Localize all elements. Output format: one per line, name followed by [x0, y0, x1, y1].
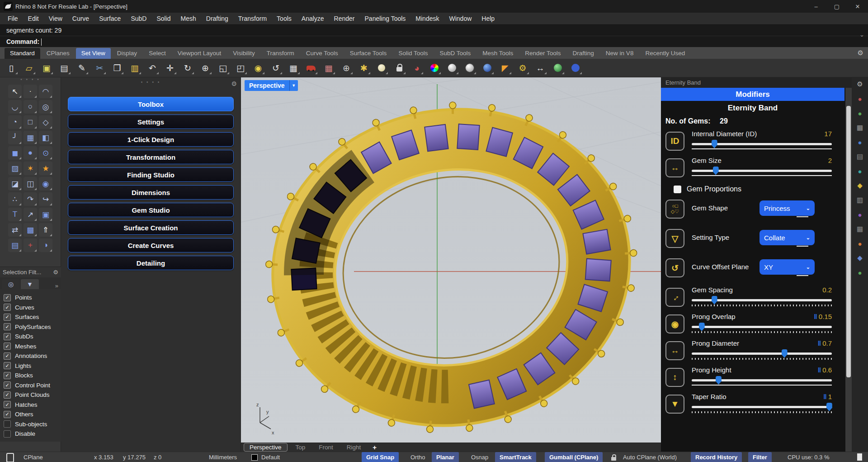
gem-spacing-slider-handle[interactable]	[712, 296, 717, 305]
tab-visibility[interactable]: Visibility	[227, 48, 260, 59]
selection-filter-gear-icon[interactable]: ⚙	[53, 269, 58, 276]
status-filter-button[interactable]: Filter	[748, 452, 772, 462]
paste-icon[interactable]: ▥	[128, 61, 142, 75]
copy-arrange-icon[interactable]: ▣	[39, 208, 52, 221]
menu-subd[interactable]: SubD	[126, 14, 151, 24]
zoom-selected-icon[interactable]: ◉	[251, 61, 265, 75]
checkbox-control-point[interactable]: ✓	[4, 381, 11, 389]
toolbox-button-detailing[interactable]: Detailing	[68, 256, 234, 270]
open-file-icon[interactable]: ▱	[22, 61, 36, 75]
cut-icon[interactable]: ✂	[93, 61, 106, 75]
panel-strip-icon-4[interactable]: ●	[855, 137, 865, 147]
prong-overlap-slider-handle[interactable]	[699, 323, 705, 331]
rectangle-icon[interactable]: □	[24, 115, 37, 129]
circle-center-icon[interactable]: ○	[24, 100, 37, 114]
checkbox-surfaces[interactable]: ✓	[4, 314, 11, 321]
cplane-grid-icon[interactable]: ▦	[322, 61, 335, 75]
toolbox-button-finding-studio[interactable]: Finding Studio	[68, 167, 234, 182]
gem-spacing-slider[interactable]	[692, 299, 832, 301]
checkbox-sub-objects[interactable]	[4, 420, 11, 428]
tab-display[interactable]: Display	[112, 48, 142, 59]
notification-icon[interactable]	[857, 453, 862, 461]
menu-analyze[interactable]: Analyze	[297, 14, 329, 24]
status-ortho-button[interactable]: Ortho	[410, 452, 425, 462]
arc-icon[interactable]: ◔	[8, 115, 22, 129]
tab-set-view[interactable]: Set View	[76, 48, 111, 59]
panel-options-gear-icon[interactable]: ⚙	[855, 79, 865, 89]
taper-ratio-slider-handle[interactable]	[826, 403, 832, 411]
toolbox-button-surface-creation[interactable]: Surface Creation	[68, 220, 234, 235]
boolean-union-icon[interactable]: ◉	[39, 177, 52, 191]
status-planar-button[interactable]: Planar	[432, 452, 459, 462]
panel-strip-icon-8[interactable]: ▥	[855, 195, 865, 205]
viewport-title-dropdown-icon[interactable]: ▼	[289, 80, 298, 91]
panel-strip-icon-3[interactable]: ▦	[855, 123, 865, 133]
menu-mindesk[interactable]: Mindesk	[410, 14, 444, 24]
trim-icon[interactable]: ◪	[8, 177, 22, 191]
help-icon[interactable]	[569, 61, 582, 75]
panel-strip-icon-10[interactable]: ▦	[855, 224, 865, 234]
panel-strip-icon-9[interactable]: ●	[855, 210, 865, 219]
undo-view-icon[interactable]: ↺	[269, 61, 283, 75]
rotate-3d-icon[interactable]: ◑	[39, 238, 52, 252]
split-icon[interactable]: ◫	[24, 177, 37, 191]
viewport-add-tab-button[interactable]: +	[369, 443, 380, 451]
toolbox-button-1-click-design[interactable]: 1-Click Design	[68, 132, 234, 147]
tab-select[interactable]: Select	[143, 48, 171, 59]
single-point-icon[interactable]: ·	[24, 85, 37, 98]
edit-notes-icon[interactable]: ✎	[75, 61, 89, 75]
smash-icon[interactable]: ★	[39, 162, 52, 175]
menu-tools[interactable]: Tools	[272, 14, 297, 24]
status-grid-snap-button[interactable]: Grid Snap	[362, 452, 399, 462]
lock-icon[interactable]	[392, 61, 406, 75]
viewport-title-menu[interactable]: Perspective ▼	[245, 80, 298, 91]
pan-icon[interactable]: ✛	[163, 61, 177, 75]
menu-transform[interactable]: Transform	[233, 14, 272, 24]
menu-surface[interactable]: Surface	[94, 14, 126, 24]
box-icon[interactable]: ◼	[8, 146, 22, 160]
box-edit-icon[interactable]: ▩	[24, 223, 37, 237]
copy-icon[interactable]: ❐	[110, 61, 124, 75]
shaded-view-icon[interactable]: ◕	[410, 61, 424, 75]
checkbox-others[interactable]: ✓	[4, 411, 11, 418]
menu-render[interactable]: Render	[329, 14, 360, 24]
tab-subd-tools[interactable]: SubD Tools	[434, 48, 476, 59]
bend-surface-icon[interactable]: ◧	[39, 131, 52, 144]
setting-type-dropdown[interactable]: Collate⌄	[760, 230, 815, 245]
panel-strip-icon-1[interactable]: ●	[855, 94, 865, 104]
status-record-history-button[interactable]: Record History	[691, 452, 742, 462]
rotate-view-icon[interactable]: ↻	[181, 61, 194, 75]
auto-cplane-label[interactable]: Auto CPlane (World)	[623, 452, 677, 462]
toolbox-button-dimensions[interactable]: Dimensions	[68, 185, 234, 200]
toolbox-button-settings[interactable]: Settings	[68, 114, 234, 129]
blend-curve-icon[interactable]: ↷	[24, 192, 37, 206]
undo-icon[interactable]: ↶	[146, 61, 159, 75]
flip-direction-icon[interactable]: ⇄	[8, 223, 22, 237]
gem-shape-dropdown[interactable]: Princess⌄	[760, 200, 815, 216]
insert-block-icon[interactable]: +	[24, 238, 37, 252]
tab-cplanes[interactable]: CPlanes	[41, 48, 75, 59]
prong-overlap-slider[interactable]	[692, 326, 832, 328]
menu-paneling-tools[interactable]: Paneling Tools	[360, 14, 411, 24]
tab-mesh-tools[interactable]: Mesh Tools	[477, 48, 519, 59]
menu-view[interactable]: View	[44, 14, 67, 24]
curve-offset-plane-dropdown[interactable]: XY⌄	[760, 259, 815, 275]
panel-scrollbar-thumb[interactable]	[846, 106, 851, 377]
tab-new-in-v8[interactable]: New in V8	[600, 48, 639, 59]
fillet-curve-icon[interactable]: ╯	[8, 131, 22, 144]
prong-height-slider[interactable]	[692, 379, 832, 381]
spotlight-icon[interactable]: ◤	[498, 61, 512, 75]
gem-proportions-checkbox[interactable]	[674, 186, 681, 193]
surface-grid-icon[interactable]: ▨	[8, 162, 22, 175]
viewport-tab-perspective[interactable]: Perspective	[244, 443, 288, 452]
panel-strip-icon-5[interactable]: ▤	[855, 152, 865, 162]
menu-window[interactable]: Window	[444, 14, 476, 24]
toolbox-button-transformation[interactable]: Transformation	[68, 150, 234, 164]
checkbox-lights[interactable]: ✓	[4, 362, 11, 369]
status-osnap-button[interactable]: Osnap	[471, 452, 488, 462]
tab-recently-used[interactable]: Recently Used	[640, 48, 690, 59]
taper-ratio-slider[interactable]	[692, 406, 832, 408]
panel-scrollbar[interactable]	[845, 88, 852, 452]
car-icon[interactable]	[304, 61, 318, 75]
maximize-button[interactable]: ▢	[826, 0, 847, 13]
